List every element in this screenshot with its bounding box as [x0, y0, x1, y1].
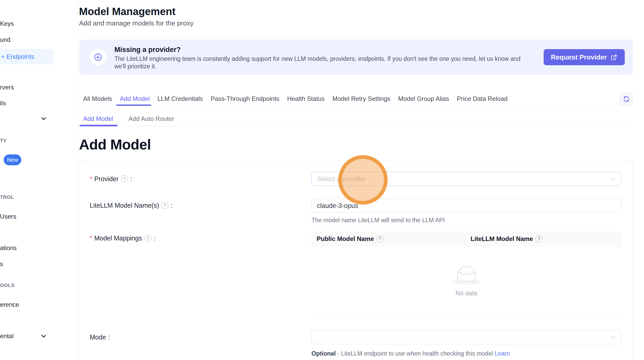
tab-add-model[interactable]: Add Model — [120, 95, 150, 102]
refresh-button[interactable] — [620, 92, 633, 106]
mappings-empty-state: No data — [311, 264, 621, 297]
page-subtitle: Add and manage models for the proxy — [79, 19, 194, 27]
sidebar-section-access-control: TROL — [0, 194, 14, 200]
no-data-text: No data — [456, 290, 477, 297]
mode-helper-text: - LiteLLM endpoint to use when health ch… — [336, 350, 495, 357]
mappings-header-divider — [465, 232, 466, 246]
new-badge: New — [4, 154, 21, 165]
model-name-helper: The model name LiteLLM will send to the … — [311, 217, 445, 224]
chevron-down-icon[interactable] — [41, 115, 47, 122]
new-badge-label: New — [7, 157, 18, 163]
mappings-table-bottom-border — [311, 317, 621, 317]
banner-body-line2: we'll prioritize it. — [114, 63, 157, 70]
sidebar-item-keys[interactable]: Keys — [0, 20, 14, 27]
label-colon: : — [130, 175, 132, 183]
chevron-down-icon[interactable] — [41, 333, 47, 339]
mode-helper-optional: Optional — [311, 350, 336, 357]
model-name-label-text: LiteLLM Model Name(s) — [90, 202, 159, 209]
refresh-icon — [623, 95, 630, 103]
sidebar-item-details[interactable]: ils — [0, 100, 6, 107]
active-subtab-indicator — [80, 125, 118, 126]
subtabs-divider — [79, 126, 633, 126]
mappings-col-litellm: LiteLLM Model Name ? — [465, 235, 543, 243]
tab-llm-credentials[interactable]: LLM Credentials — [157, 95, 203, 102]
sidebar-section-security: TY — [0, 138, 6, 143]
help-icon[interactable]: ? — [121, 175, 128, 182]
label-colon: : — [108, 333, 110, 341]
sidebar-item-experimental[interactable]: ental — [0, 332, 14, 340]
sidebar-item-servers[interactable]: rvers — [0, 84, 14, 91]
main-tabs: All Models Add Model LLM Credentials Pas… — [83, 95, 508, 102]
provider-label-text: Provider — [94, 175, 119, 183]
tabs-divider — [79, 106, 633, 106]
tab-pass-through-endpoints[interactable]: Pass-Through Endpoints — [211, 95, 279, 102]
sidebar-item-teams[interactable]: s — [0, 260, 3, 268]
active-tab-indicator — [116, 104, 151, 106]
tab-all-models[interactable]: All Models — [83, 95, 112, 102]
help-icon[interactable]: ? — [536, 235, 543, 243]
label-colon: : — [154, 234, 155, 242]
sidebar-item-models-endpoints[interactable]: + Endpoints — [1, 53, 34, 60]
request-provider-label: Request Provider — [551, 53, 607, 61]
tab-model-group-alias[interactable]: Model Group Alias — [398, 95, 449, 102]
model-name-label: LiteLLM Model Name(s) ? : — [90, 202, 173, 209]
page-title: Model Management — [79, 6, 175, 17]
help-icon[interactable]: ? — [161, 202, 168, 209]
required-asterisk: * — [90, 175, 92, 183]
sidebar-item-organizations[interactable]: ations — [0, 244, 17, 252]
model-mappings-label-text: Model Mappings — [94, 234, 142, 242]
mappings-table-header: Public Model Name ? LiteLLM Model Name ? — [311, 232, 621, 246]
mode-label: Mode : — [90, 333, 110, 341]
empty-box-icon — [450, 264, 483, 285]
learn-more-link[interactable]: Learn — [495, 350, 510, 357]
required-asterisk: * — [90, 234, 92, 242]
subtab-add-model[interactable]: Add Model — [83, 115, 113, 122]
sidebar-item-users[interactable]: Users — [0, 213, 16, 220]
label-colon: : — [171, 202, 173, 209]
external-link-icon — [610, 54, 617, 61]
click-highlight-indicator — [338, 155, 388, 205]
banner-title: Missing a provider? — [114, 46, 181, 54]
tab-model-retry-settings[interactable]: Model Retry Settings — [332, 95, 390, 102]
tab-price-data-reload[interactable]: Price Data Reload — [457, 95, 508, 102]
help-icon[interactable]: ? — [376, 235, 383, 243]
mappings-col-public: Public Model Name ? — [311, 235, 465, 243]
chevron-down-icon — [610, 176, 616, 182]
request-provider-button[interactable]: Request Provider — [544, 49, 625, 65]
mode-label-text: Mode — [90, 333, 106, 341]
provider-label: * Provider ? : — [90, 175, 132, 183]
help-icon[interactable]: ? — [144, 235, 151, 242]
sidebar-item-playground[interactable]: und — [0, 36, 10, 43]
mode-select[interactable] — [311, 330, 621, 344]
plus-circle-icon — [89, 49, 107, 66]
chevron-down-icon — [610, 334, 616, 340]
tab-health-status[interactable]: Health Status — [287, 95, 324, 102]
model-mappings-label: * Model Mappings ? : — [90, 234, 155, 242]
add-model-heading: Add Model — [79, 136, 151, 153]
mode-helper: Optional - LiteLLM endpoint to use when … — [311, 350, 510, 357]
sidebar-item-inference[interactable]: erence — [0, 301, 19, 308]
subtab-add-auto-router[interactable]: Add Auto Router — [128, 115, 174, 122]
sidebar: Keys und + Endpoints rvers ils TY New TR… — [0, 0, 77, 360]
banner-body-line1: The LiteLLM engineering team is constant… — [114, 55, 521, 62]
sidebar-section-tools: OOLS — [0, 283, 15, 288]
